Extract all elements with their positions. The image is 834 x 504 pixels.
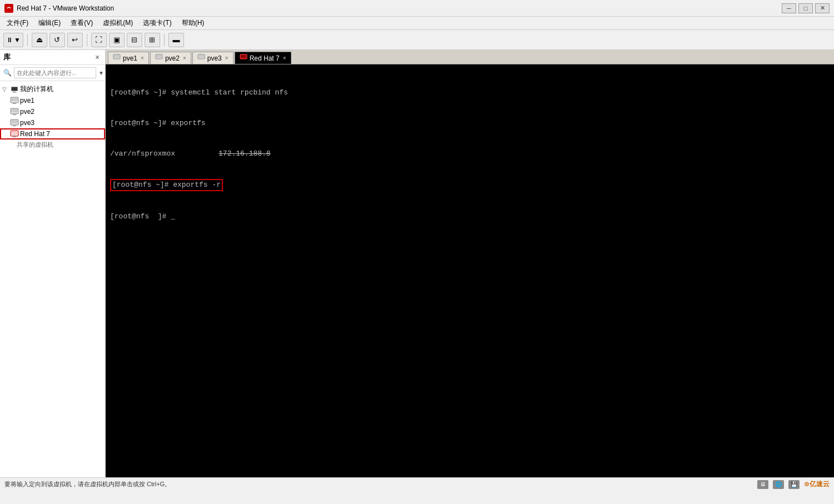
tab-pve2[interactable]: pve2 × xyxy=(150,52,191,64)
sidebar-close-button[interactable]: × xyxy=(93,53,102,62)
terminal-ip-strikethrough: 172.16.188.8 xyxy=(219,149,271,158)
vm-icon-pve2 xyxy=(10,107,19,116)
svg-rect-11 xyxy=(11,120,18,123)
pause-dropdown[interactable]: ⏸ ▼ xyxy=(3,33,23,47)
tab-close-pve2[interactable]: × xyxy=(183,55,186,61)
tab-pve1[interactable]: pve1 × xyxy=(108,52,149,64)
snapshot-icon: ↺ xyxy=(54,36,60,44)
svg-rect-17 xyxy=(114,55,120,58)
svg-rect-12 xyxy=(13,126,16,126)
console-icon: ▬ xyxy=(172,36,180,44)
tab-icon-pve2 xyxy=(155,54,163,62)
window-title: Red Hat 7 - VMware Workstation xyxy=(17,4,114,12)
view3-icon: ⊟ xyxy=(131,36,137,44)
menu-vm[interactable]: 虚拟机(M) xyxy=(98,17,137,29)
power-button[interactable]: ⏏ xyxy=(32,33,47,47)
status-message: 要将输入定向到该虚拟机，请在虚拟机内部单击或按 Ctrl+G。 xyxy=(4,480,171,488)
fullscreen-icon: ⛶ xyxy=(95,36,102,44)
menu-edit[interactable]: 编辑(E) xyxy=(34,17,65,29)
tab-close-pve3[interactable]: × xyxy=(225,55,229,61)
tab-icon-redhat7 xyxy=(240,54,247,62)
tab-label-redhat7: Red Hat 7 xyxy=(250,54,280,62)
status-network-icon: 🌐 xyxy=(773,480,784,489)
sidebar-header: 库 × xyxy=(0,50,105,65)
tree-item-pve2[interactable]: pve2 xyxy=(0,106,105,117)
vm-icon-pve3 xyxy=(10,118,19,127)
terminal[interactable]: [root@nfs ~]# systemctl start rpcbind nf… xyxy=(106,64,834,477)
dropdown-arrow-icon: ▼ xyxy=(14,36,21,44)
main-layout: 库 × 🔍 ▼ ▽ 我的计算机 pve1 xyxy=(0,50,834,477)
terminal-highlight-command: [root@nfs ~]# exportfs -r xyxy=(110,179,223,191)
search-dropdown-icon[interactable]: ▼ xyxy=(98,70,104,76)
tree-item-my-computer[interactable]: ▽ 我的计算机 xyxy=(0,83,105,95)
tab-label-pve1: pve1 xyxy=(123,54,137,62)
search-icon: 🔍 xyxy=(3,69,12,77)
terminal-line-2: [root@nfs ~]# exportfs xyxy=(110,118,830,128)
toolbar-sep-1 xyxy=(27,34,28,46)
status-monitor-icon: 🖥 xyxy=(757,480,768,489)
content-area: pve1 × pve2 × pve3 × Re xyxy=(106,50,834,477)
svg-rect-5 xyxy=(11,98,18,101)
view2-icon: ▣ xyxy=(113,36,120,44)
svg-rect-21 xyxy=(198,55,204,58)
tree-item-pve1[interactable]: pve1 xyxy=(0,95,105,106)
shared-vms-label: 共享的虚拟机 xyxy=(0,139,105,151)
status-brand: ⊙亿速云 xyxy=(804,480,830,489)
menu-file[interactable]: 文件(F) xyxy=(2,17,33,29)
tab-pve3[interactable]: pve3 × xyxy=(192,52,234,64)
toolbar-sep-2 xyxy=(87,34,87,46)
redhat7-label: Red Hat 7 xyxy=(20,130,50,138)
tree-item-pve3[interactable]: pve3 xyxy=(0,117,105,128)
fullscreen-button[interactable]: ⛶ xyxy=(91,33,107,47)
tab-close-redhat7[interactable]: × xyxy=(283,55,286,61)
view2-button[interactable]: ▣ xyxy=(109,33,125,47)
view3-button[interactable]: ⊟ xyxy=(127,33,142,47)
sidebar-title: 库 xyxy=(3,52,11,62)
svg-rect-9 xyxy=(13,114,16,115)
app-icon xyxy=(4,4,13,13)
menu-help[interactable]: 帮助(H) xyxy=(177,17,209,29)
tab-label-pve3: pve3 xyxy=(207,54,222,62)
pause-icon: ⏸ xyxy=(6,36,13,44)
view4-button[interactable]: ⊞ xyxy=(145,33,160,47)
window-controls: ─ □ ✕ xyxy=(782,3,830,13)
svg-rect-3 xyxy=(12,87,17,91)
tab-icon-pve3 xyxy=(197,54,205,62)
svg-point-0 xyxy=(6,6,12,11)
tree-item-redhat7[interactable]: Red Hat 7 xyxy=(0,128,105,139)
power-icon: ⏏ xyxy=(36,36,43,44)
expand-icon: ▽ xyxy=(2,86,9,92)
close-button[interactable]: ✕ xyxy=(815,3,830,13)
snapshot-button[interactable]: ↺ xyxy=(49,33,65,47)
computer-icon xyxy=(10,85,19,94)
tab-label-pve2: pve2 xyxy=(165,54,180,62)
back-button[interactable]: ↩ xyxy=(67,33,83,47)
minimize-button[interactable]: ─ xyxy=(782,3,796,13)
view4-icon: ⊞ xyxy=(149,36,155,44)
tab-redhat7[interactable]: Red Hat 7 × xyxy=(235,52,291,64)
terminal-path: /var/nfsproxmox xyxy=(110,149,175,158)
maximize-button[interactable]: □ xyxy=(798,3,813,13)
svg-rect-8 xyxy=(11,109,18,112)
search-input[interactable] xyxy=(14,67,96,78)
my-computer-label: 我的计算机 xyxy=(20,84,53,94)
tab-bar: pve1 × pve2 × pve3 × Re xyxy=(106,50,834,64)
console-button[interactable]: ▬ xyxy=(168,33,184,47)
terminal-line-3: /var/nfsproxmox 172.16.188.8 xyxy=(110,149,830,159)
terminal-line-5: [root@nfs ]# _ xyxy=(110,212,830,222)
toolbar-sep-3 xyxy=(164,34,165,46)
sidebar-tree: ▽ 我的计算机 pve1 pve2 xyxy=(0,81,105,477)
tab-icon-pve1 xyxy=(113,54,121,62)
vm-icon-redhat7 xyxy=(10,129,19,138)
menu-view[interactable]: 查看(V) xyxy=(66,17,97,29)
tab-close-pve1[interactable]: × xyxy=(141,55,144,61)
title-bar-left: Red Hat 7 - VMware Workstation xyxy=(4,4,114,13)
title-bar: Red Hat 7 - VMware Workstation ─ □ ✕ xyxy=(0,0,834,17)
menu-tabs[interactable]: 选项卡(T) xyxy=(138,17,176,29)
status-bar: 要将输入定向到该虚拟机，请在虚拟机内部单击或按 Ctrl+G。 🖥 🌐 💾 ⊙亿… xyxy=(0,477,834,491)
pve1-label: pve1 xyxy=(20,97,34,104)
back-icon: ↩ xyxy=(72,36,78,44)
status-right: 🖥 🌐 💾 ⊙亿速云 xyxy=(757,480,830,489)
toolbar: ⏸ ▼ ⏏ ↺ ↩ ⛶ ▣ ⊟ ⊞ ▬ xyxy=(0,30,834,50)
svg-rect-15 xyxy=(13,137,16,137)
